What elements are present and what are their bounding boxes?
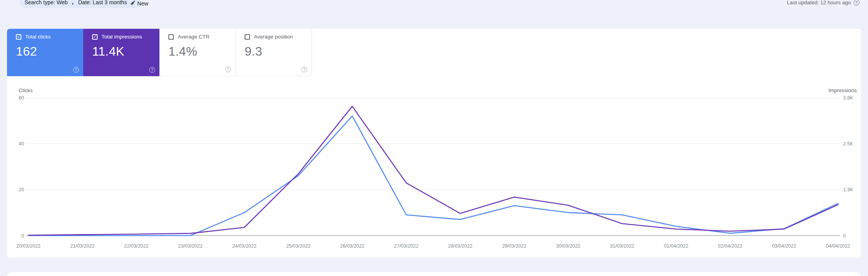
x-axis-date-label: 26/03/2022 [340, 243, 365, 249]
last-updated: Last updated: 12 hours ago ? [787, 0, 859, 5]
clicks-line [28, 116, 838, 236]
x-axis-date-label: 22/03/2022 [124, 243, 149, 249]
performance-panel: ✓ Total clicks 162 ? ✓ Total impressions… [7, 29, 861, 258]
date-range-chip-label: Date: Last 3 months [78, 0, 127, 5]
x-axis-date-label: 31/03/2022 [610, 243, 635, 249]
x-axis-date-label: 29/03/2022 [502, 243, 527, 249]
left-axis-tick: 20 [19, 187, 24, 192]
x-axis-date-label: 27/03/2022 [394, 243, 418, 249]
left-axis-tick: 60 [19, 95, 24, 101]
x-axis-date-label: 01/04/2022 [664, 243, 688, 249]
search-type-chip-label: Search type: Web [24, 0, 68, 5]
performance-line-chart[interactable]: ClicksImpressions00201.3K402.5K603.8K20/… [7, 29, 861, 258]
x-axis-date-label: 21/03/2022 [70, 243, 95, 249]
x-axis-date-label: 20/03/2022 [16, 243, 41, 249]
new-filter-button-label: New [137, 0, 148, 7]
right-axis-tick: 1.3K [843, 187, 853, 192]
left-axis-tick: 40 [19, 141, 24, 147]
x-axis-date-label: 23/03/2022 [178, 243, 203, 249]
new-filter-button[interactable]: + New [130, 0, 148, 8]
right-axis-title: Impressions [828, 87, 857, 93]
x-axis-date-label: 04/04/2022 [826, 243, 850, 249]
x-axis-date-label: 02/04/2022 [718, 243, 742, 249]
impressions-line [28, 106, 838, 235]
search-type-chip[interactable]: Search type: Web [19, 0, 82, 8]
help-icon[interactable]: ? [854, 0, 859, 5]
right-axis-tick: 3.8K [843, 95, 853, 101]
x-axis-date-label: 28/03/2022 [448, 243, 472, 249]
x-axis-date-label: 24/03/2022 [232, 243, 257, 249]
x-axis-date-label: 30/03/2022 [556, 243, 581, 249]
x-axis-date-label: 03/04/2022 [772, 243, 796, 249]
left-axis-tick: 0 [21, 233, 24, 239]
right-axis-tick: 2.5K [843, 141, 853, 147]
next-section-panel [7, 272, 861, 276]
last-updated-label: Last updated: 12 hours ago [787, 0, 851, 5]
plus-icon: + [130, 0, 134, 7]
x-axis-date-label: 25/03/2022 [286, 243, 311, 249]
right-axis-tick: 0 [843, 233, 846, 239]
left-axis-title: Clicks [19, 87, 33, 93]
